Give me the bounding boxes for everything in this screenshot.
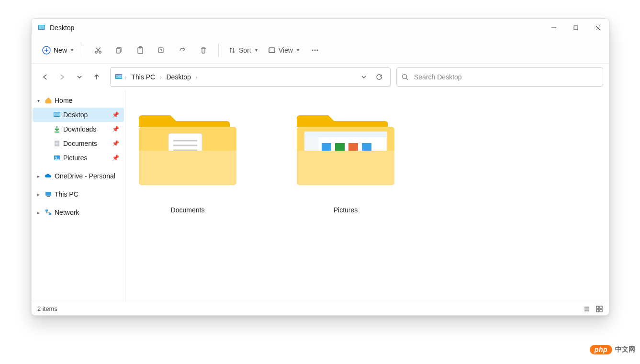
chevron-right-icon[interactable]: › [195, 75, 198, 80]
network-icon [44, 208, 53, 217]
svg-rect-23 [116, 75, 122, 78]
svg-rect-3 [574, 26, 578, 30]
plus-circle-icon [42, 46, 51, 55]
window-title-area: Desktop [37, 23, 74, 32]
nav-buttons [37, 69, 104, 85]
sidebar-item-pictures[interactable]: Pictures 📌 [33, 151, 124, 165]
sidebar-item-label: This PC [55, 190, 121, 198]
window-title: Desktop [50, 24, 74, 32]
paste-button[interactable] [130, 41, 150, 59]
sort-icon [228, 46, 236, 54]
pin-icon: 📌 [112, 140, 121, 147]
view-button[interactable]: View ▾ [263, 41, 304, 59]
svg-point-21 [316, 49, 318, 51]
desktop-icon [37, 23, 46, 32]
pin-icon: 📌 [112, 111, 121, 118]
sidebar-item-downloads[interactable]: Downloads 📌 [33, 122, 124, 136]
breadcrumb-segment[interactable]: Desktop [163, 71, 193, 83]
home-icon [44, 96, 53, 105]
copy-button[interactable] [109, 41, 129, 59]
svg-rect-61 [600, 309, 602, 312]
new-button[interactable]: New ▾ [37, 41, 78, 59]
sidebar-item-label: Documents [63, 140, 110, 147]
body-split: ▾ Home Desktop 📌 Downloads [32, 90, 609, 302]
sidebar-item-network[interactable]: ▸ Network [33, 205, 124, 220]
sidebar-item-onedrive[interactable]: ▸ OneDrive - Personal [33, 169, 124, 183]
cut-button[interactable] [88, 41, 108, 59]
svg-rect-14 [116, 48, 120, 53]
sort-button[interactable]: Sort ▾ [224, 41, 262, 59]
content-pane[interactable]: Documents [125, 90, 609, 302]
svg-rect-27 [54, 112, 60, 116]
sidebar-item-label: Home [55, 97, 121, 104]
chevron-right-icon[interactable]: › [159, 75, 162, 80]
ellipsis-icon [311, 46, 319, 55]
svg-rect-59 [600, 306, 602, 309]
minimize-button[interactable] [543, 19, 565, 37]
svg-point-33 [56, 157, 56, 158]
chevron-right-icon[interactable]: ▸ [34, 192, 42, 197]
status-bar: 2 items [32, 302, 609, 315]
svg-rect-34 [45, 192, 51, 196]
sidebar-item-label: Desktop [63, 111, 110, 119]
chevron-right-icon[interactable]: ▸ [34, 174, 42, 179]
svg-rect-36 [45, 210, 48, 211]
sidebar-item-home[interactable]: ▾ Home [33, 93, 124, 108]
rename-button[interactable] [151, 41, 171, 59]
watermark: php 中文网 [590, 345, 635, 354]
svg-rect-51 [348, 143, 358, 151]
sidebar-item-thispc[interactable]: ▸ This PC [33, 187, 124, 201]
titlebar: Desktop [32, 19, 609, 37]
new-button-label: New [54, 46, 67, 54]
search-input[interactable] [413, 73, 598, 81]
thumbnails-view-button[interactable] [595, 305, 603, 313]
folder-item[interactable]: Documents [135, 105, 240, 214]
chevron-down-icon: ▾ [255, 47, 258, 53]
sidebar-item-label: Network [55, 209, 121, 216]
folder-name: Documents [171, 206, 205, 214]
details-view-button[interactable] [583, 305, 591, 313]
share-icon [178, 46, 187, 55]
svg-rect-50 [335, 143, 345, 151]
pin-icon: 📌 [112, 154, 121, 161]
search-box[interactable] [396, 67, 603, 87]
folder-item[interactable]: Pictures [293, 105, 398, 214]
toolbar-separator [218, 44, 219, 57]
toolbar-separator [83, 44, 83, 57]
folder-icon [293, 105, 398, 189]
recent-locations-button[interactable] [72, 69, 87, 85]
chevron-down-icon: ▾ [297, 47, 299, 53]
copy-icon [115, 46, 124, 55]
watermark-suffix: 中文网 [615, 345, 635, 354]
chevron-down-icon[interactable]: ▾ [34, 98, 42, 103]
sidebar-item-documents[interactable]: Documents 📌 [33, 136, 124, 151]
share-button[interactable] [172, 41, 192, 59]
close-button[interactable] [587, 19, 609, 37]
svg-rect-58 [596, 306, 599, 309]
chevron-right-icon[interactable]: ▸ [34, 210, 42, 215]
address-dropdown-button[interactable] [357, 70, 371, 84]
forward-button[interactable] [55, 69, 70, 85]
chevron-right-icon[interactable]: › [124, 75, 127, 80]
address-bar[interactable]: › This PC › Desktop › [110, 67, 391, 87]
thispc-icon [44, 190, 53, 199]
refresh-button[interactable] [372, 70, 386, 84]
desktop-icon [53, 110, 61, 119]
view-button-label: View [279, 46, 293, 54]
more-button[interactable] [305, 41, 325, 59]
watermark-brand: php [590, 345, 612, 354]
svg-line-25 [406, 78, 408, 80]
maximize-button[interactable] [565, 19, 587, 37]
svg-rect-18 [269, 48, 275, 53]
up-button[interactable] [89, 69, 104, 85]
delete-button[interactable] [193, 41, 213, 59]
sidebar-item-desktop[interactable]: Desktop 📌 [33, 108, 124, 122]
svg-rect-47 [304, 132, 387, 137]
pin-icon: 📌 [112, 126, 121, 132]
svg-point-24 [403, 75, 407, 79]
breadcrumb-segment[interactable]: This PC [128, 71, 158, 83]
back-button[interactable] [37, 69, 53, 85]
navigation-pane: ▾ Home Desktop 📌 Downloads [32, 90, 125, 302]
rename-icon [157, 46, 166, 55]
trash-icon [199, 46, 208, 55]
